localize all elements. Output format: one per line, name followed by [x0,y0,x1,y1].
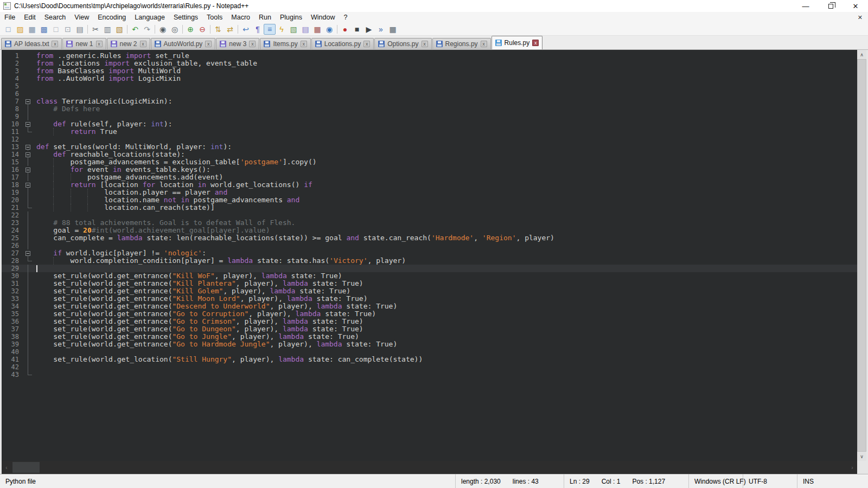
fold-collapse-icon[interactable] [23,120,33,128]
tab-rules-py[interactable]: Rules.pyx [492,36,543,49]
macro-play-button[interactable]: ▶ [363,24,375,35]
menu-item-language[interactable]: Language [130,12,169,23]
redo-button[interactable]: ↷ [141,24,153,35]
code-line[interactable]: 15 postgame_advancements = exclusion_tab… [2,158,857,166]
tab-close-icon[interactable]: x [52,41,58,47]
code-line[interactable]: 1from ..generic.Rules import set_rule [2,52,857,60]
maximize-restore-button[interactable] [818,0,843,12]
code-line[interactable]: 37 set_rule(world.get_entrance("Go to Du… [2,325,857,333]
code-line[interactable]: 22 [2,211,857,219]
fold-collapse-icon[interactable] [23,98,33,105]
document-list-button[interactable]: ▤ [299,24,311,35]
code-line[interactable]: 20 location.name not in postgame_advance… [2,196,857,204]
fold-collapse-icon[interactable] [23,143,33,151]
open-file-button[interactable]: ▨ [14,24,26,35]
code-line[interactable]: 25 can_complete = lambda state: len(reac… [2,234,857,242]
tab-new-2[interactable]: new 2x [107,38,150,49]
monitoring-button[interactable]: ◉ [323,24,335,35]
print-button[interactable]: ▤ [74,24,86,35]
code-line[interactable]: 43 [2,371,857,378]
show-indent-guide-button[interactable]: ≡ [264,24,276,35]
cut-button[interactable]: ✂ [90,24,101,35]
tab-close-icon[interactable]: x [96,41,103,47]
code-line[interactable]: 34 set_rule(world.get_entrance("Descend … [2,303,857,310]
code-line[interactable]: 11 return True [2,128,857,136]
code-line[interactable]: 33 set_rule(world.get_entrance("Kill Moo… [2,295,857,303]
code-line[interactable]: 38 set_rule(world.get_entrance("Go to Ju… [2,333,857,341]
code-line[interactable]: 35 set_rule(world.get_entrance("Go to Co… [2,310,857,318]
close-button[interactable]: ✕ [843,0,868,12]
menu-item-file[interactable]: File [0,12,20,23]
menu-item-settings[interactable]: Settings [169,12,202,23]
fold-collapse-icon[interactable] [23,249,33,257]
document-map-button[interactable]: ▧ [288,24,299,35]
code-line[interactable]: 42 [2,363,857,371]
tab-close-icon[interactable]: x [205,41,212,47]
code-line[interactable]: 31 set_rule(world.get_entrance("Kill Pla… [2,280,857,287]
replace-button[interactable]: ◎ [169,24,181,35]
code-line[interactable]: 36 set_rule(world.get_entrance("Go to Cr… [2,318,857,325]
menu-item-encoding[interactable]: Encoding [93,12,130,23]
code-line[interactable]: 7class TerrariaLogic(LogicMixin): [2,98,857,105]
code-line[interactable]: 19 location.player == player and [2,189,857,196]
folder-as-workspace-button[interactable]: ▦ [311,24,323,35]
tab-ap-ideas-txt[interactable]: AP Ideas.txtx [1,38,62,49]
code-line[interactable]: 14 def reachable_locations(state): [2,151,857,158]
code-line[interactable]: 4from ..AutoWorld import LogicMixin [2,75,857,82]
tab-regions-py[interactable]: Regions.pyx [432,38,491,49]
tab-close-icon[interactable]: x [481,41,487,47]
code-line[interactable]: 6 [2,90,857,98]
code-line[interactable]: 5 [2,82,857,90]
fold-collapse-icon[interactable] [23,166,33,174]
tab-locations-py[interactable]: Locations.pyx [311,38,374,49]
menu-item-plugins[interactable]: Plugins [276,12,307,23]
code-line[interactable]: 8 # Defs here [2,105,857,113]
close-file-button[interactable]: □ [50,24,62,35]
fold-collapse-icon[interactable] [23,151,33,158]
menu-item-macro[interactable]: Macro [227,12,254,23]
macro-run-multiple-button[interactable]: » [375,24,387,35]
tab-options-py[interactable]: Options.pyx [374,38,431,49]
code-line[interactable]: 21 location.can_reach(state)] [2,204,857,211]
tab-close-icon[interactable]: x [249,41,256,47]
menu-item-tools[interactable]: Tools [202,12,227,23]
code-line[interactable]: 3from BaseClasses import MultiWorld [2,67,857,75]
save-all-button[interactable]: ▩ [38,24,50,35]
tab-close-icon[interactable]: x [532,40,539,46]
code-line[interactable]: 12 [2,136,857,143]
code-line[interactable]: 29 [2,265,857,272]
undo-button[interactable]: ↶ [129,24,141,35]
scroll-left-icon[interactable]: ‹ [2,465,11,471]
sync-horizontal-scrolling-button[interactable]: ⇄ [224,24,236,35]
code-line[interactable]: 10 def rule(self, player: int): [2,120,857,128]
scroll-up-icon[interactable]: ∧ [857,50,866,59]
zoom-out-button[interactable]: ⊖ [196,24,208,35]
menu-item-[interactable]: ? [339,12,352,23]
code-line[interactable]: 24 goal = 20#int(world.achievement_goal[… [2,227,857,234]
scroll-right-icon[interactable]: › [847,465,857,471]
tab-close-icon[interactable]: x [140,41,146,47]
macro-stop-button[interactable]: ■ [351,24,363,35]
code-area[interactable]: 1from ..generic.Rules import set_rule2fr… [2,50,857,461]
sync-vertical-scrolling-button[interactable]: ⇅ [212,24,224,35]
tab-close-icon[interactable]: x [363,41,370,47]
code-line[interactable]: 16 for event in events_table.keys(): [2,166,857,174]
paste-button[interactable]: ▧ [113,24,125,35]
tab-close-icon[interactable]: x [301,41,307,47]
word-wrap-button[interactable]: ↩ [240,24,252,35]
function-list-button[interactable]: ϟ [276,24,288,35]
menu-item-view[interactable]: View [70,12,93,23]
code-line[interactable]: 28 world.completion_condition[player] = … [2,257,857,265]
menu-item-search[interactable]: Search [40,12,71,23]
show-all-characters-button[interactable]: ¶ [252,24,264,35]
menu-item-window[interactable]: Window [307,12,339,23]
menubar-close-icon[interactable]: ✕ [852,14,868,21]
macro-save-button[interactable]: ▦ [387,24,399,35]
code-line[interactable]: 40 [2,348,857,356]
vertical-scroll-thumb[interactable] [857,59,866,452]
code-line[interactable]: 13def set_rules(world: MultiWorld, playe… [2,143,857,151]
code-line[interactable]: 17 postgame_advancements.add(event) [2,174,857,181]
horizontal-scroll-thumb[interactable] [12,462,40,473]
code-line[interactable]: 27 if world.logic[player] != 'nologic': [2,249,857,257]
code-line[interactable]: 41 set_rule(world.get_location("Still Hu… [2,356,857,363]
